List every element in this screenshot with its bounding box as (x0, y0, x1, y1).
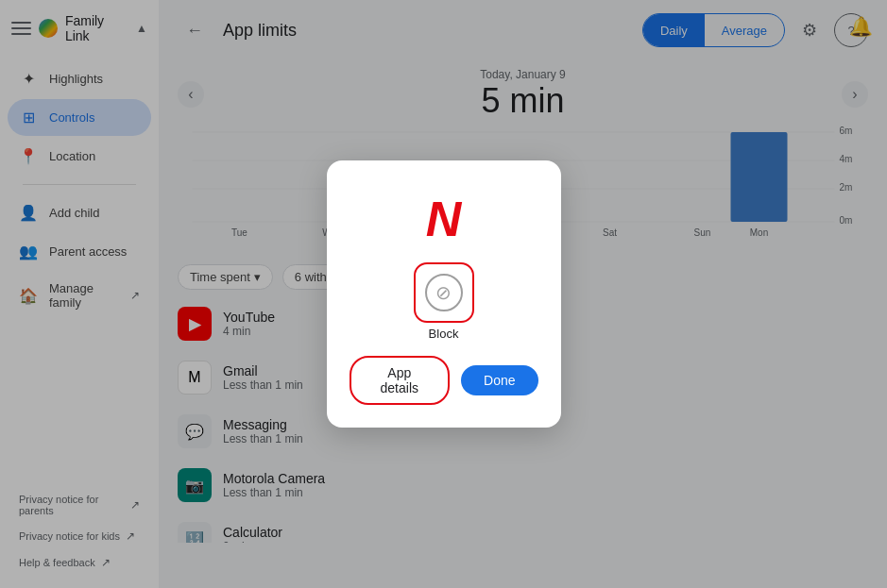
netflix-logo: N (416, 191, 472, 247)
done-button[interactable]: Done (461, 365, 537, 395)
app-details-button[interactable]: App details (350, 356, 451, 405)
modal-actions: App details Done (350, 356, 538, 405)
app-limit-modal: N ⊘ Block App details Done (327, 160, 561, 428)
block-button[interactable]: ⊘ (414, 262, 474, 323)
block-label: Block (429, 327, 459, 341)
block-wrapper: ⊘ Block (414, 262, 474, 341)
modal-overlay[interactable]: N ⊘ Block App details Done (0, 0, 887, 588)
block-icon: ⊘ (425, 274, 463, 311)
